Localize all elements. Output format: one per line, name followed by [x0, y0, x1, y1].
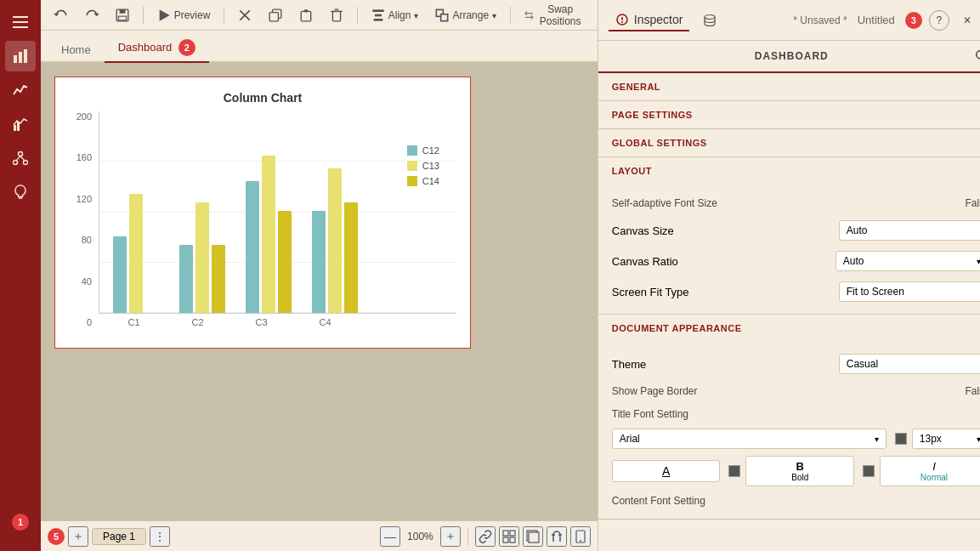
- zoom-in-button[interactable]: ＋: [440, 526, 461, 547]
- dashboard-header-bar: DASHBOARD ⋮: [598, 41, 980, 73]
- font-underline-button[interactable]: A: [612, 460, 721, 482]
- layout-header[interactable]: LAYOUT: [598, 157, 980, 185]
- global-settings-section: GLOBAL SETTINGS: [598, 129, 980, 157]
- copy-button[interactable]: [262, 5, 289, 26]
- legend-c13: C13: [407, 161, 439, 171]
- zoom-level: 100%: [404, 531, 437, 542]
- bar-group-c1: [113, 194, 159, 313]
- chart-container[interactable]: Column Chart 200 160 120 80 40 0: [54, 77, 471, 349]
- device-button[interactable]: [570, 526, 591, 547]
- link-button[interactable]: [475, 526, 496, 547]
- tab-bar: Home Dashboard 2: [41, 31, 598, 63]
- chart-main: C12 C13 C14: [99, 111, 456, 327]
- tab-dashboard[interactable]: Dashboard 2: [105, 34, 209, 63]
- font-normal-button[interactable]: I Normal: [880, 456, 980, 486]
- close-button[interactable]: ✕: [956, 11, 978, 30]
- font-family-dropdown[interactable]: Arial: [612, 429, 887, 449]
- general-header[interactable]: GENERAL: [598, 73, 980, 100]
- arrange-button[interactable]: Arrange: [428, 5, 503, 26]
- layout-section: LAYOUT Self-adaptive Font Size False Can…: [598, 157, 980, 315]
- legend-dot-c13: [407, 161, 417, 171]
- grid-button[interactable]: [499, 526, 519, 547]
- toolbar-separator-2: [224, 7, 224, 24]
- db-icon-button[interactable]: [696, 10, 723, 31]
- legend-c14: C14: [407, 176, 439, 186]
- svg-rect-27: [372, 9, 383, 12]
- canvas-size-row: Canvas Size Auto: [612, 215, 980, 246]
- bar-c1-c12: [113, 236, 127, 313]
- page-settings-header[interactable]: PAGE SETTINGS: [598, 101, 980, 128]
- arrange-chevron: [492, 9, 496, 21]
- theme-dropdown[interactable]: Casual: [839, 354, 980, 374]
- svg-line-12: [20, 156, 25, 162]
- font-family-chevron: [875, 433, 879, 445]
- screen-fit-label: Screen Fit Type: [612, 286, 839, 298]
- canvas-ratio-label: Canvas Ratio: [612, 255, 836, 268]
- left-sidebar: 1: [0, 0, 41, 551]
- svg-rect-15: [120, 9, 126, 14]
- redo-button[interactable]: [78, 5, 105, 26]
- help-button[interactable]: ?: [929, 10, 949, 31]
- chart-bars: C12 C13 C14: [99, 111, 456, 314]
- sidebar-hamburger[interactable]: [5, 7, 36, 37]
- canvas-wrapper: Column Chart 200 160 120 80 40 0: [41, 63, 598, 551]
- layers-button[interactable]: [523, 526, 543, 547]
- canvas-size-dropdown[interactable]: Auto: [839, 220, 980, 241]
- svg-line-11: [16, 156, 20, 162]
- svg-point-43: [580, 540, 581, 542]
- page-menu-button[interactable]: ⋮: [150, 526, 170, 547]
- screen-fit-dropdown[interactable]: Fit to Screen: [839, 281, 980, 302]
- swap-positions-button[interactable]: Swap Positions: [518, 0, 591, 31]
- y-axis: 200 160 120 80 40 0: [69, 111, 99, 327]
- preview-button[interactable]: Preview: [150, 5, 218, 26]
- svg-rect-34: [503, 531, 508, 536]
- toolbar-separator-3: [357, 7, 358, 24]
- svg-rect-28: [375, 14, 382, 16]
- canvas-ratio-dropdown[interactable]: Auto: [836, 251, 980, 271]
- tab-home[interactable]: Home: [48, 38, 105, 63]
- panel-scroll-area[interactable]: GENERAL PAGE SETTINGS GLOBAL SETTINGS LA…: [598, 73, 980, 551]
- global-settings-header[interactable]: GLOBAL SETTINGS: [598, 129, 980, 156]
- theme-label: Theme: [612, 358, 839, 371]
- doc-appearance-header[interactable]: DOCUMENT APPEARANCE: [598, 315, 980, 342]
- font-size-dropdown[interactable]: 13px: [912, 429, 980, 449]
- add-page-button[interactable]: ＋: [68, 526, 88, 547]
- search-panel-button[interactable]: [972, 48, 980, 65]
- magnet-button[interactable]: [547, 526, 567, 547]
- inspector-tab[interactable]: Inspector: [609, 9, 690, 31]
- font-bold-button[interactable]: B Bold: [745, 456, 854, 486]
- paste-button[interactable]: [292, 5, 320, 26]
- svg-rect-5: [24, 49, 27, 63]
- svg-point-8: [19, 152, 23, 156]
- bottom-badge: 5: [48, 528, 65, 545]
- sidebar-area-chart[interactable]: [5, 75, 36, 105]
- sidebar-bar-chart[interactable]: [5, 41, 36, 71]
- align-button[interactable]: Align: [365, 5, 426, 26]
- self-adaptive-value: False: [965, 197, 980, 209]
- svg-rect-35: [510, 531, 515, 536]
- page-1-tab[interactable]: Page 1: [92, 528, 146, 545]
- font-bold-swatch[interactable]: [863, 465, 875, 477]
- sidebar-lightbulb[interactable]: [5, 177, 36, 207]
- right-panel: Inspector * Unsaved * Untitled 3 ? ✕ DAS…: [598, 0, 980, 551]
- right-badge: 3: [905, 12, 922, 29]
- svg-point-45: [621, 21, 623, 23]
- sidebar-network[interactable]: [5, 143, 36, 173]
- delete-button[interactable]: [323, 5, 350, 26]
- canvas-area[interactable]: Column Chart 200 160 120 80 40 0: [41, 63, 598, 520]
- canvas-ratio-chevron: [977, 255, 980, 267]
- svg-point-10: [24, 161, 28, 165]
- save-button[interactable]: [109, 5, 136, 26]
- svg-rect-36: [503, 537, 508, 542]
- font-color-swatch[interactable]: [895, 433, 907, 445]
- zoom-out-button[interactable]: —: [380, 526, 400, 547]
- font-underline-swatch[interactable]: [728, 465, 740, 477]
- undo-button[interactable]: [48, 5, 75, 26]
- svg-rect-23: [304, 9, 309, 12]
- sidebar-combo-chart[interactable]: [5, 109, 36, 139]
- cut-button[interactable]: [231, 5, 258, 26]
- layout-content: Self-adaptive Font Size False Canvas Siz…: [598, 185, 980, 314]
- toolbar-separator-1: [143, 7, 144, 24]
- canvas-ratio-controls: Auto: [836, 251, 980, 271]
- bar-c4-c14: [344, 202, 358, 313]
